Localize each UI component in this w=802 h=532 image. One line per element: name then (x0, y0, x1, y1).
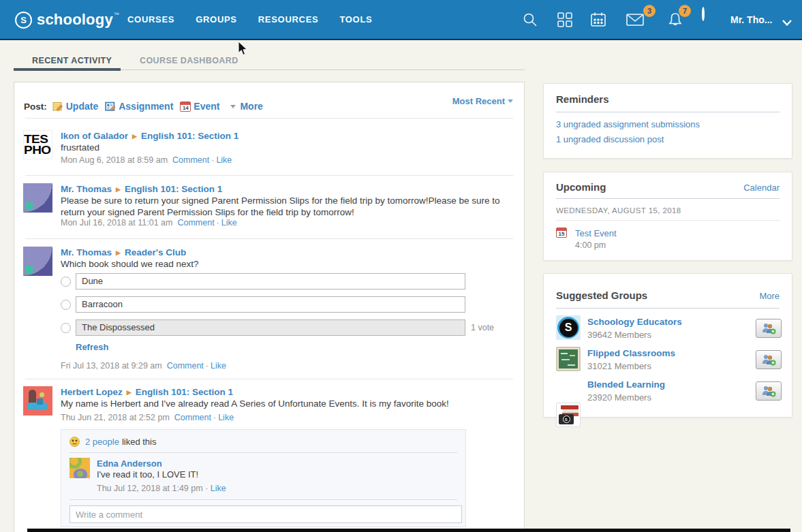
chevron-down-icon[interactable] (782, 16, 792, 29)
like-link[interactable]: Like (211, 361, 226, 371)
breadcrumb-arrow-icon: ▶ (127, 389, 132, 396)
tab-course-dashboard[interactable]: COURSE DASHBOARD (140, 56, 238, 65)
join-group-button[interactable] (756, 381, 782, 401)
brand-name: schoology (37, 11, 113, 28)
post-author-link[interactable]: Mr. Thomas (61, 184, 112, 194)
group-link[interactable]: Flipped Classrooms (587, 348, 675, 358)
like-link[interactable]: Like (221, 218, 237, 228)
assignment-icon (105, 101, 116, 112)
nav-groups[interactable]: GROUPS (196, 14, 237, 25)
comment-link[interactable]: Comment (174, 413, 211, 422)
poll-radio[interactable] (61, 277, 71, 287)
post-context-link[interactable]: English 101: Section 1 (125, 184, 222, 194)
divider (25, 238, 513, 239)
more-caret-icon (230, 105, 236, 108)
divider (25, 175, 513, 176)
poll-radio[interactable] (61, 300, 71, 310)
divider (25, 379, 513, 379)
nav-resources[interactable]: RESOURCES (258, 14, 319, 25)
user-name[interactable]: Mr. Tho... (730, 14, 772, 25)
feed-tabs: RECENT ACTIVITY COURSE DASHBOARD (14, 52, 525, 70)
trademark-mark: ™ (114, 12, 119, 18)
breadcrumb-arrow-icon: ▶ (132, 133, 137, 140)
comment-link[interactable]: Comment (177, 218, 214, 228)
liked-by-link[interactable]: 2 people (85, 437, 119, 447)
upcoming-event-time: 4:00 pm (575, 240, 606, 250)
post-meta: Thu Jun 21, 2018 at 2:52 pm Comment·Like (61, 413, 234, 422)
like-link[interactable]: Like (216, 155, 232, 165)
post-author-link[interactable]: Mr. Thomas (61, 247, 112, 257)
post-author-link[interactable]: Ikon of Galador (61, 131, 128, 141)
sort-dropdown[interactable]: Most Recent (452, 96, 513, 106)
comment-link[interactable]: Comment (167, 361, 204, 371)
update-icon (52, 101, 63, 112)
post-author-avatar[interactable]: TES PHO (23, 130, 52, 159)
poll-option[interactable]: The Dispossessed (76, 319, 465, 336)
group-icon-schoology-educators: S (556, 315, 581, 340)
comment-like-link[interactable]: Like (211, 484, 226, 493)
post-author-avatar[interactable] (23, 386, 52, 416)
post-update-button[interactable]: Update (66, 101, 98, 112)
post-event-button[interactable]: Event (194, 101, 219, 112)
post-timestamp: Thu Jun 21, 2018 at 2:52 pm (61, 413, 170, 422)
user-avatar[interactable] (702, 7, 705, 21)
post-context-link[interactable]: Reader's Club (125, 247, 186, 257)
suggested-groups-card: Suggested Groups More S Schoology Educat… (543, 273, 792, 418)
schoology-logo-icon: S (15, 12, 32, 29)
post-assignment-button[interactable]: Assignment (119, 101, 173, 112)
add-member-icon (761, 322, 776, 334)
post-context-link[interactable]: English 101: Section 1 (136, 387, 233, 397)
reminder-link-discussion[interactable]: 1 ungraded discussion post (556, 134, 664, 144)
upcoming-event-link[interactable]: Test Event (575, 228, 617, 238)
upcoming-date-header: WEDNESDAY, AUGUST 15, 2018 (556, 206, 681, 215)
top-navbar: S schoology ™ COURSES GROUPS RESOURCES T… (0, 0, 802, 40)
calendar-icon[interactable] (590, 12, 606, 28)
group-link[interactable]: Blended Learning (587, 379, 665, 390)
post-author-avatar[interactable] (23, 247, 52, 276)
like-link[interactable]: Like (218, 413, 234, 422)
heading-rule (556, 198, 780, 199)
groups-more-link[interactable]: More (759, 291, 780, 301)
post-header: Herbert Lopez▶English 101: Section 1 (61, 387, 233, 397)
post-body: Which book should we read next? (61, 259, 513, 270)
search-icon[interactable] (522, 12, 538, 28)
heading-rule (556, 112, 780, 112)
calendar-link[interactable]: Calendar (743, 183, 780, 193)
post-more-button[interactable]: More (240, 101, 262, 112)
join-group-button[interactable] (756, 319, 782, 338)
messages-icon[interactable] (626, 12, 645, 28)
post-author-avatar[interactable] (23, 183, 52, 213)
event-calendar-icon: 15 (556, 228, 567, 238)
liked-by-suffix: liked this (122, 437, 157, 447)
reminder-link-assignments[interactable]: 3 ungraded assignment submissions (556, 119, 700, 129)
nav-tools[interactable]: TOOLS (339, 14, 372, 25)
group-link[interactable]: Schoology Educators (587, 317, 682, 327)
write-comment-input[interactable] (70, 505, 462, 523)
group-icon-flipped-classrooms (556, 347, 581, 371)
poll-radio[interactable] (61, 323, 71, 333)
schoology-logo[interactable]: S schoology ™ (15, 11, 119, 29)
poll-refresh-link[interactable]: Refresh (76, 342, 108, 352)
join-group-button[interactable] (756, 350, 782, 369)
poll-option[interactable]: Barracoon (76, 296, 465, 313)
notifications-badge: 7 (679, 5, 691, 17)
post-body: My name is Herbert and I've already read… (61, 398, 513, 410)
comment-author-avatar[interactable] (70, 458, 90, 478)
apps-grid-icon[interactable] (557, 12, 573, 28)
tab-recent-activity[interactable]: RECENT ACTIVITY (32, 56, 112, 65)
group-members-count: 39642 Members (587, 330, 651, 340)
post-author-link[interactable]: Herbert Lopez (61, 387, 123, 397)
group-icon-blended-learning: S (556, 403, 581, 427)
activity-feed-panel: Most Recent Post: Update Assignment 14 E… (14, 82, 525, 532)
post-header: Mr. Thomas▶English 101: Section 1 (61, 184, 222, 194)
poll-option[interactable]: Dune (76, 273, 465, 290)
post-context-link[interactable]: English 101: Section 1 (141, 131, 238, 141)
post-label: Post: (24, 101, 47, 112)
mouse-cursor (238, 42, 247, 59)
nav-courses[interactable]: COURSES (127, 14, 174, 25)
comment-author-link[interactable]: Edna Anderson (97, 458, 162, 469)
active-tab-underline (14, 68, 121, 71)
divider (70, 452, 457, 453)
comment-link[interactable]: Comment (172, 155, 209, 165)
post-header: Ikon of Galador▶English 101: Section 1 (61, 131, 238, 141)
